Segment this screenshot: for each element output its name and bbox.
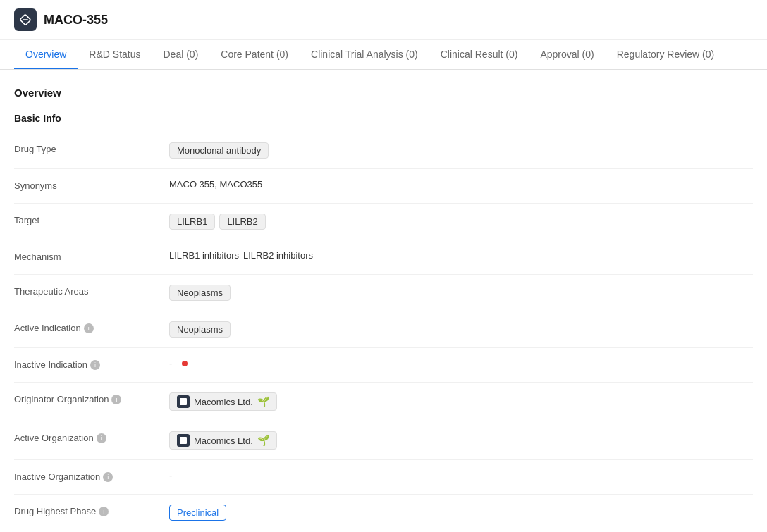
field-value: -	[169, 470, 753, 481]
tab-clinical-trial-analysis[interactable]: Clinical Trial Analysis (0)	[300, 40, 429, 70]
tab-core-patent[interactable]: Core Patent (0)	[209, 40, 300, 70]
org-name: Macomics Ltd.	[194, 397, 253, 407]
field-divider	[14, 494, 753, 495]
tab-regulatory-review[interactable]: Regulatory Review (0)	[606, 40, 726, 70]
field-value: MACO 355, MACO355	[169, 179, 753, 190]
field-label: Active Indicationi	[14, 321, 169, 333]
target-badge: LILRB2	[219, 214, 265, 230]
tab-clinical-result[interactable]: Clinical Result (0)	[429, 40, 529, 70]
field-row: Drug TypeMonoclonal antibody	[14, 135, 753, 166]
field-row: Inactive Indicationi-	[14, 351, 753, 379]
tabs-bar: OverviewR&D StatusDeal (0)Core Patent (0…	[0, 40, 767, 70]
field-divider	[14, 382, 753, 383]
field-value: Monoclonal antibody	[169, 142, 753, 159]
field-row: Originator OrganizationiMacomics Ltd.🌱	[14, 385, 753, 418]
info-icon[interactable]: i	[99, 507, 109, 516]
growth-icon: 🌱	[257, 396, 269, 407]
info-icon[interactable]: i	[103, 472, 113, 482]
target-badge: LILRB1	[169, 214, 215, 230]
field-label: Inactive Organizationi	[14, 470, 169, 482]
field-label: Target	[14, 214, 169, 225]
field-divider	[14, 274, 753, 275]
field-divider	[14, 347, 753, 348]
field-label: Mechanism	[14, 250, 169, 262]
content-area: Overview Basic Info Drug TypeMonoclonal …	[0, 70, 767, 532]
org-logo-icon	[177, 395, 190, 408]
org-name: Macomics Ltd.	[194, 435, 253, 446]
field-label: Drug Type	[14, 142, 169, 154]
field-value: LILRB1 inhibitors LILRB2 inhibitors	[169, 250, 753, 261]
field-value: Neoplasms	[169, 285, 753, 301]
org-badge: Macomics Ltd.🌱	[169, 431, 277, 450]
field-row: MechanismLILRB1 inhibitors LILRB2 inhibi…	[14, 243, 753, 271]
field-value: Neoplasms	[169, 321, 753, 338]
tab-deal[interactable]: Deal (0)	[152, 40, 210, 70]
org-logo-icon	[177, 434, 190, 447]
field-row: Therapeutic AreasNeoplasms	[14, 278, 753, 308]
field-value: Macomics Ltd.🌱	[169, 392, 753, 411]
basic-info-section-title: Basic Info	[14, 113, 753, 124]
field-label: Originator Organizationi	[14, 392, 169, 404]
phase-badge: Preclinical	[169, 505, 226, 521]
field-label: Synonyms	[14, 179, 169, 191]
field-label: Inactive Indicationi	[14, 358, 169, 370]
drug-type-badge: Neoplasms	[169, 321, 231, 338]
mechanism-text: LILRB1 inhibitors	[169, 250, 239, 261]
info-icon[interactable]: i	[84, 323, 94, 333]
field-value: LILRB1LILRB2	[169, 214, 753, 230]
field-row: TargetLILRB1LILRB2	[14, 206, 753, 237]
field-label: Active Organizationi	[14, 431, 169, 443]
field-value: Preclinical	[169, 505, 753, 521]
mechanism-text: LILRB2 inhibitors	[243, 250, 313, 261]
drug-icon	[14, 8, 37, 31]
info-icon[interactable]: i	[97, 433, 106, 443]
tab-overview[interactable]: Overview	[14, 40, 78, 70]
field-row: Inactive Organizationi-	[14, 463, 753, 491]
field-value: -	[169, 358, 753, 369]
field-label: Drug Highest Phasei	[14, 505, 169, 516]
field-label: Therapeutic Areas	[14, 285, 169, 297]
org-badge: Macomics Ltd.🌱	[169, 392, 277, 411]
field-row: Drug Highest PhaseiPreclinical	[14, 497, 753, 528]
field-value: Macomics Ltd.🌱	[169, 431, 753, 450]
info-icon[interactable]: i	[90, 360, 100, 370]
info-icon[interactable]: i	[111, 395, 121, 404]
field-divider	[14, 531, 753, 531]
drug-type-badge: Neoplasms	[169, 285, 231, 301]
dash-value: -	[169, 358, 172, 369]
field-row: Active OrganizationiMacomics Ltd.🌱	[14, 424, 753, 457]
field-divider	[14, 240, 753, 240]
tab-approval[interactable]: Approval (0)	[529, 40, 605, 70]
dash-value: -	[169, 470, 172, 481]
fields-container: Drug TypeMonoclonal antibodySynonymsMACO…	[14, 135, 753, 532]
growth-icon: 🌱	[257, 435, 269, 446]
field-divider	[14, 311, 753, 311]
field-divider	[14, 459, 753, 460]
red-dot-indicator	[182, 361, 188, 366]
field-row: Active IndicationiNeoplasms	[14, 314, 753, 345]
overview-section-title: Overview	[14, 87, 753, 99]
field-divider	[14, 203, 753, 204]
drug-type-badge: Monoclonal antibody	[169, 142, 269, 159]
header: MACO-355	[0, 0, 767, 40]
text-value: MACO 355, MACO355	[169, 179, 262, 190]
tab-r-d-status[interactable]: R&D Status	[78, 40, 152, 70]
field-divider	[14, 168, 753, 169]
page-title: MACO-355	[44, 13, 108, 27]
field-divider	[14, 421, 753, 421]
field-row: SynonymsMACO 355, MACO355	[14, 172, 753, 200]
